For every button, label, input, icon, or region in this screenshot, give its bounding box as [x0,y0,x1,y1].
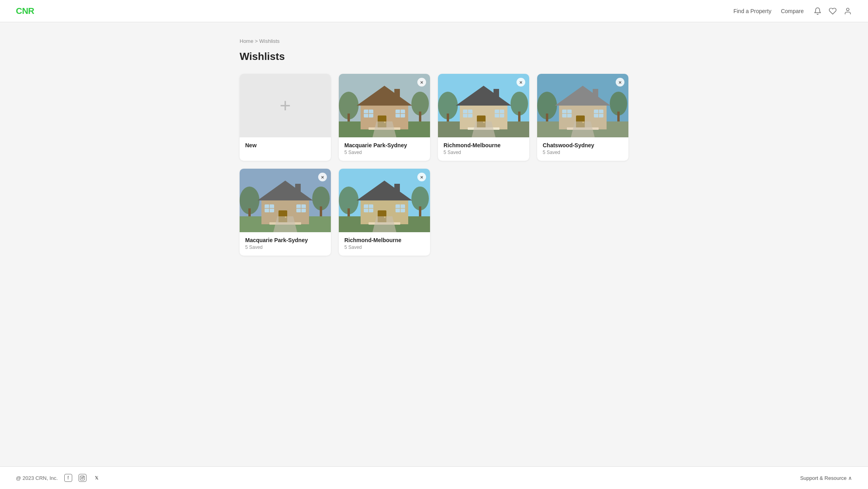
svg-rect-23 [447,114,449,121]
wishlist-card-macquarie-park-sydney-2[interactable]: × Macquarie Pa [240,169,331,256]
card-subtitle: 5 Saved [344,244,424,250]
card-subtitle: 5 Saved [444,150,524,155]
main-nav: Find a Property Compare [734,7,852,15]
svg-point-98 [83,476,84,477]
svg-rect-4 [348,114,350,121]
svg-rect-9 [394,89,400,100]
svg-point-0 [847,8,849,11]
svg-point-97 [82,477,83,479]
card-title: Macquarie Park-Sydney [344,142,424,148]
card-close-button[interactable]: × [517,78,525,87]
footer-copyright: @ 2023 CRN, Inc. [16,475,58,481]
compare-link[interactable]: Compare [781,8,804,14]
svg-rect-82 [419,206,421,216]
page-title: Wishlists [240,50,628,63]
svg-rect-96 [80,476,84,480]
svg-rect-66 [295,184,301,195]
card-title: Richmond-Melbourne [444,142,524,148]
logo[interactable]: CNR [16,6,34,16]
card-close-button[interactable]: × [417,78,426,87]
card-image [537,74,628,137]
svg-marker-57 [571,121,595,137]
card-image [240,169,331,232]
card-close-button[interactable]: × [417,173,426,181]
card-info: Macquarie Park-Sydney 5 Saved [339,137,430,161]
card-title: New [245,142,325,148]
card-subtitle: 5 Saved [543,150,623,155]
new-card-image: + [240,74,331,137]
svg-rect-25 [518,112,520,121]
card-info: Chatswood-Sydney 5 Saved [537,137,628,161]
svg-rect-47 [593,89,598,100]
card-close-button[interactable]: × [616,78,624,87]
bell-icon[interactable] [813,7,822,15]
breadcrumb-current: Wishlists [259,38,280,44]
plus-icon: + [280,96,291,115]
svg-rect-6 [419,112,421,121]
header: CNR Find a Property Compare [0,0,868,22]
chevron-up-icon: ∧ [848,475,852,481]
breadcrumb: Home > Wishlists [240,38,628,44]
svg-marker-19 [373,121,396,137]
card-image [339,169,430,232]
footer: @ 2023 CRN, Inc. f 𝕏 Support & Resource … [0,466,868,489]
svg-rect-44 [617,112,620,121]
card-title: Richmond-Melbourne [344,237,424,243]
x-icon[interactable]: 𝕏 [93,474,101,482]
card-image [339,74,430,137]
user-icon[interactable] [843,7,852,15]
card-image [438,74,529,137]
card-subtitle: 5 Saved [245,244,325,250]
card-info: Richmond-Melbourne 5 Saved [339,232,430,256]
svg-marker-76 [273,216,297,232]
card-info: Macquarie Park-Sydney 5 Saved [240,232,331,256]
breadcrumb-home[interactable]: Home [240,38,253,44]
svg-rect-28 [494,89,499,100]
card-subtitle: 5 Saved [344,150,424,155]
wishlist-card-macquarie-park-sydney-1[interactable]: × Macquarie Pa [339,74,430,161]
wishlist-card-new[interactable]: + New [240,74,331,161]
svg-rect-63 [320,206,322,216]
wishlist-card-richmond-melbourne-1[interactable]: × Richmond-Mel [438,74,529,161]
support-link[interactable]: Support & Resource ∧ [800,475,852,481]
breadcrumb-separator: > [255,38,258,44]
card-close-button[interactable]: × [318,173,327,181]
card-info: Richmond-Melbourne 5 Saved [438,137,529,161]
footer-left: @ 2023 CRN, Inc. f 𝕏 [16,474,101,482]
svg-rect-85 [394,184,400,195]
card-info: New [240,137,331,155]
svg-rect-61 [248,208,251,216]
find-property-link[interactable]: Find a Property [734,8,772,14]
header-icons [813,7,852,15]
svg-rect-42 [546,114,548,121]
card-title: Macquarie Park-Sydney [245,237,325,243]
instagram-icon[interactable] [79,474,86,482]
svg-marker-38 [472,121,495,137]
main-content: Home > Wishlists Wishlists + New × [216,22,652,466]
wishlists-grid: + New × [240,74,628,256]
wishlist-card-richmond-melbourne-2[interactable]: × Richmond-Mel [339,169,430,256]
heart-icon[interactable] [828,7,837,15]
svg-rect-80 [348,208,350,216]
wishlist-card-chatswood-sydney-1[interactable]: × Chatswood-Sy [537,74,628,161]
svg-marker-95 [373,216,396,232]
card-title: Chatswood-Sydney [543,142,623,148]
facebook-icon[interactable]: f [64,474,72,482]
